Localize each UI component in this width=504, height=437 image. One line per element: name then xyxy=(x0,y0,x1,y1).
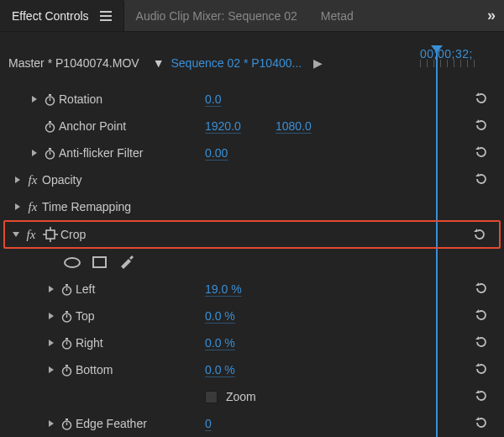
property-label: Right xyxy=(76,336,185,350)
effect-time-remapping: fx Time Remapping xyxy=(3,193,501,220)
anchor-x-value[interactable]: 1920.0 xyxy=(205,119,257,133)
pen-mask-icon[interactable] xyxy=(118,254,134,271)
property-label: Left xyxy=(76,282,185,296)
tab-effect-controls[interactable]: Effect Controls xyxy=(0,0,124,31)
twirl-closed-icon[interactable] xyxy=(12,203,24,211)
svg-rect-1 xyxy=(49,94,51,96)
reset-icon[interactable] xyxy=(474,171,489,189)
svg-rect-9 xyxy=(46,230,55,239)
property-value[interactable]: 0.0 % xyxy=(205,336,257,350)
svg-rect-21 xyxy=(66,338,68,340)
property-value[interactable]: 0.0 xyxy=(205,92,257,106)
timecode-label: 00;00;32; xyxy=(420,47,473,61)
anchor-y-value[interactable]: 1080.0 xyxy=(276,119,312,133)
property-crop-zoom: Zoom xyxy=(3,383,501,410)
fx-badge-icon[interactable]: fx xyxy=(24,200,42,214)
tab-label: Audio Clip Mixer: Sequence 02 xyxy=(136,9,297,23)
svg-rect-27 xyxy=(66,419,68,420)
svg-rect-18 xyxy=(66,311,68,313)
twirl-open-icon[interactable] xyxy=(10,230,22,239)
reset-icon[interactable] xyxy=(474,308,489,325)
property-label: Zoom xyxy=(226,390,256,403)
twirl-closed-icon[interactable] xyxy=(45,312,57,320)
reset-icon[interactable] xyxy=(474,415,489,433)
property-value[interactable]: 0.0 % xyxy=(205,363,257,376)
property-crop-right: Right 0.0 % xyxy=(3,329,501,356)
reset-icon[interactable] xyxy=(472,227,487,245)
twirl-closed-icon[interactable] xyxy=(45,366,57,374)
svg-rect-24 xyxy=(66,365,68,366)
property-label: Bottom xyxy=(76,363,185,376)
property-value[interactable]: 19.0 % xyxy=(205,282,257,296)
rectangle-mask-icon[interactable] xyxy=(92,256,107,268)
twirl-closed-icon[interactable] xyxy=(45,339,57,347)
fx-badge-icon[interactable]: fx xyxy=(22,228,40,242)
property-crop-bottom: Bottom 0.0 % xyxy=(3,356,501,383)
stopwatch-icon[interactable] xyxy=(57,337,76,350)
dropdown-icon[interactable]: ▼ xyxy=(153,56,165,70)
stopwatch-icon[interactable] xyxy=(57,283,76,296)
tab-overflow-icon[interactable]: » xyxy=(479,0,504,31)
mask-shape-row xyxy=(3,249,501,276)
twirl-closed-icon[interactable] xyxy=(45,285,57,293)
reset-icon[interactable] xyxy=(474,334,489,352)
property-value[interactable]: 0.00 xyxy=(205,146,257,160)
go-to-playhead-icon[interactable]: ▶ xyxy=(313,56,323,70)
effect-opacity: fx Opacity xyxy=(3,166,501,193)
reset-icon[interactable] xyxy=(474,118,489,135)
property-edge-feather: Edge Feather 0 xyxy=(3,410,501,437)
property-label: Anti-flicker Filter xyxy=(59,146,168,160)
clip-header: Master * P1040074.MOV ▼ Sequence 02 * P1… xyxy=(0,32,504,86)
panel-tab-bar: Effect Controls Audio Clip Mixer: Sequen… xyxy=(0,0,504,32)
crop-direct-manipulation-icon[interactable] xyxy=(40,227,60,242)
twirl-closed-icon[interactable] xyxy=(45,419,57,428)
stopwatch-icon[interactable] xyxy=(57,418,76,430)
reset-icon[interactable] xyxy=(474,91,489,108)
fx-badge-icon[interactable]: fx xyxy=(24,173,42,187)
tab-label: Metad xyxy=(321,9,354,23)
twirl-closed-icon[interactable] xyxy=(12,176,24,184)
reset-icon[interactable] xyxy=(474,361,489,379)
reset-icon[interactable] xyxy=(474,388,489,406)
tab-label: Effect Controls xyxy=(12,9,89,23)
effect-label: Opacity xyxy=(42,173,151,187)
property-value[interactable]: 0 xyxy=(205,417,257,430)
twirl-closed-icon[interactable] xyxy=(29,149,40,157)
svg-rect-4 xyxy=(49,121,51,123)
twirl-closed-icon[interactable] xyxy=(29,95,40,103)
reset-icon[interactable] xyxy=(474,145,489,162)
property-value[interactable]: 0.0 % xyxy=(205,309,257,323)
timeline-ruler[interactable]: 00;00;32; xyxy=(420,50,497,76)
stopwatch-icon[interactable] xyxy=(57,364,76,376)
tab-metadata[interactable]: Metad xyxy=(309,0,365,31)
zoom-checkbox[interactable] xyxy=(205,391,218,403)
ellipse-mask-icon[interactable] xyxy=(64,257,81,268)
master-clip-label: Master * P1040074.MOV xyxy=(8,56,139,70)
stopwatch-icon[interactable] xyxy=(40,120,59,133)
effect-properties-list: Rotation 0.0 Anchor Point 1920.0 1080.0 … xyxy=(0,86,504,437)
effect-label: Time Remapping xyxy=(42,200,151,213)
sequence-clip-label[interactable]: Sequence 02 * P10400... xyxy=(171,56,302,70)
ruler-ticks xyxy=(420,60,496,70)
panel-menu-icon[interactable] xyxy=(100,11,112,21)
property-anchor-point: Anchor Point 1920.0 1080.0 xyxy=(3,113,501,140)
stopwatch-icon[interactable] xyxy=(40,93,59,106)
property-label: Rotation xyxy=(59,92,168,106)
property-anti-flicker: Anti-flicker Filter 0.00 xyxy=(3,140,501,166)
property-crop-left: Left 19.0 % xyxy=(3,276,501,303)
stopwatch-icon[interactable] xyxy=(57,310,76,323)
property-rotation: Rotation 0.0 xyxy=(3,86,501,113)
svg-rect-15 xyxy=(66,284,68,286)
effect-crop[interactable]: fx Crop xyxy=(3,220,501,249)
property-label: Anchor Point xyxy=(59,119,168,133)
stopwatch-icon[interactable] xyxy=(40,147,59,160)
effect-label: Crop xyxy=(60,228,170,241)
reset-icon[interactable] xyxy=(474,281,489,298)
property-label: Edge Feather xyxy=(76,417,185,430)
svg-rect-7 xyxy=(49,148,51,150)
property-crop-top: Top 0.0 % xyxy=(3,303,501,329)
tab-audio-clip-mixer[interactable]: Audio Clip Mixer: Sequence 02 xyxy=(124,0,309,31)
property-label: Top xyxy=(76,309,185,323)
